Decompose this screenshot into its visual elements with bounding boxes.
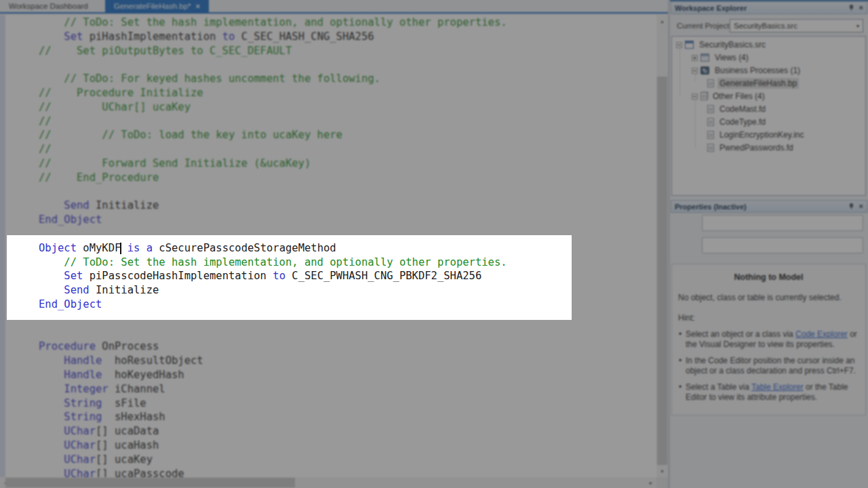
tree-item-label: SecurityBasics.src [697,39,768,50]
current-project-label: Current Project: [677,22,732,30]
code-line: // End_Procedure [39,171,507,185]
tree-item-codemast-fd[interactable]: CodeMast.fd [672,102,865,115]
file-icon [707,131,714,139]
tree-item-label: Other Files (4) [711,91,767,102]
properties-titlebar[interactable]: Properties (Inactive) × [671,200,867,213]
properties-hint-box: Nothing to Model No object, class or tab… [671,264,866,415]
scrollbar-corner [656,477,668,488]
tree-item-other-files-4[interactable]: −Other Files (4) [672,89,865,102]
file-icon [707,79,714,87]
code-line: // Procedure Initialize [39,86,507,100]
tab-close-icon[interactable]: × [196,3,200,10]
close-panel-icon[interactable]: × [859,4,863,12]
workspace-tree[interactable]: −SecurityBasics.src+Views (4)−Business P… [671,36,866,196]
code-line: UChar[] ucaData [39,424,507,439]
hint-label: Hint: [678,313,859,323]
code-line: // // ToDo: load the key into ucaKey her… [39,128,507,142]
code-line: UChar[] ucaKey [39,453,507,467]
horizontal-scroll-thumb[interactable] [5,478,295,487]
right-dock: Workspace Explorer × Current Project: Se… [668,0,868,488]
code-line: End_Object [39,213,507,227]
code-editor[interactable]: // ToDo: Set the hash implementation, an… [0,15,668,477]
ide-window: Workspace Dashboard GenerateFileHash.bp*… [0,0,868,488]
other-files-icon [701,92,707,100]
properties-object-combo[interactable] [702,215,863,231]
workspace-explorer-titlebar[interactable]: Workspace Explorer × [671,1,867,14]
collapse-icon[interactable]: − [692,94,698,100]
text-cursor [120,243,121,254]
tree-item-label: Business Processes (1) [713,65,802,76]
tree-item-codetype-fd[interactable]: CodeType.fd [672,115,865,128]
code-line: // UChar[] ucaKey [39,100,507,115]
editor-tab-strip: Workspace Dashboard GenerateFileHash.bp*… [0,0,668,14]
scroll-down-icon[interactable]: ▼ [656,466,668,476]
scroll-right-icon[interactable]: ► [646,477,656,488]
project-icon [685,41,694,49]
hint-text: Select a Table via [686,382,751,392]
collapse-icon[interactable]: − [692,68,698,74]
hint-item: Select a Table via Table Explorer or the… [678,382,859,403]
code-line: UChar[] ucaHash [39,439,507,453]
business-process-icon [701,66,709,75]
current-project-combo[interactable]: SecurityBasics.src ▾ [730,19,863,33]
code-line: Set piHashImplementation to C_SEC_HASH_C… [39,30,507,44]
tree-item-loginencryptionkey-inc[interactable]: LoginEncryptionKey.inc [672,128,865,141]
tab-label: Workspace Dashboard [9,2,88,10]
hint-link[interactable]: Code Explorer [795,329,848,339]
code-line: String sFile [39,396,507,411]
tree-item-views-4[interactable]: +Views (4) [672,51,865,64]
code-line: Set piPasscodeHashImplementation to C_SE… [39,269,507,283]
code-line: // ToDo: For keyed hashes uncomment the … [39,72,507,86]
collapse-icon[interactable]: − [676,42,682,48]
current-project-row: Current Project: SecurityBasics.src ▾ [670,18,868,33]
tab-workspace-dashboard[interactable]: Workspace Dashboard [0,0,97,12]
code-line [39,326,507,340]
chevron-down-icon: ▾ [856,23,859,29]
tree-item-business-processes-1[interactable]: −Business Processes (1) [672,64,865,77]
editor-gutter [0,15,5,477]
tree-item-label: LoginEncryptionKey.inc [717,129,806,140]
no-selection-message: No object, class or table is currently s… [678,293,859,302]
current-project-value: SecurityBasics.src [734,22,797,30]
tree-item-label: PwnedPasswords.fd [717,142,795,153]
hint-item: Select an object or a class via Code Exp… [678,329,859,350]
tree-item-label: CodeType.fd [717,117,768,127]
tree-item-pwnedpasswords-fd[interactable]: PwnedPasswords.fd [672,141,865,154]
code-line [39,312,507,326]
expand-icon[interactable]: + [692,55,698,61]
pin-icon[interactable] [848,4,854,12]
hint-link[interactable]: Table Explorer [751,382,804,392]
code-line: Handle hoResultObject [39,354,507,368]
views-icon [701,54,709,62]
tree-item-label: Views (4) [713,52,751,63]
panel-title: Workspace Explorer [675,4,747,12]
scroll-up-icon[interactable]: ▲ [656,16,668,26]
close-panel-icon[interactable]: × [859,203,863,210]
tree-item-securitybasics-src[interactable]: −SecurityBasics.src [672,38,865,51]
tree-item-generatefilehash-bp[interactable]: GenerateFileHash.bp [672,77,865,89]
code-line: // Set piOutputBytes to C_SEC_DEFAULT [39,44,507,58]
tree-item-label: GenerateFileHash.bp [717,78,799,89]
nothing-to-model-heading: Nothing to Model [678,272,859,282]
hint-item: In the Code Editor position the cursor i… [678,356,859,376]
code-line: Integer iChannel [39,382,507,396]
hint-text: Select an object or a class via [686,329,795,339]
code-line: String sHexHash [39,410,507,424]
properties-class-combo[interactable] [702,237,863,253]
tab-label: GenerateFileHash.bp* [114,2,191,10]
code-line: End_Object [39,298,507,312]
code-line: Procedure OnProcess [39,340,507,354]
editor-horizontal-scrollbar[interactable]: ◄ ► [0,477,656,488]
pin-icon[interactable] [848,203,854,210]
file-icon [707,118,714,126]
panel-title: Properties (Inactive) [675,203,747,211]
code-line [39,58,507,72]
vertical-scroll-thumb[interactable] [657,77,667,465]
code-line: Send Initialize [39,199,507,213]
hint-list: Select an object or a class via Code Exp… [678,329,859,403]
code-line: Object oMyKDF is a cSecurePasscodeStorag… [39,241,507,256]
code-line: Handle hoKeyedHash [39,368,507,382]
editor-vertical-scrollbar[interactable]: ▲ ▼ [656,15,668,477]
tab-generatefilehash[interactable]: GenerateFileHash.bp* × [105,0,209,12]
code-content[interactable]: // ToDo: Set the hash implementation, an… [39,16,507,477]
